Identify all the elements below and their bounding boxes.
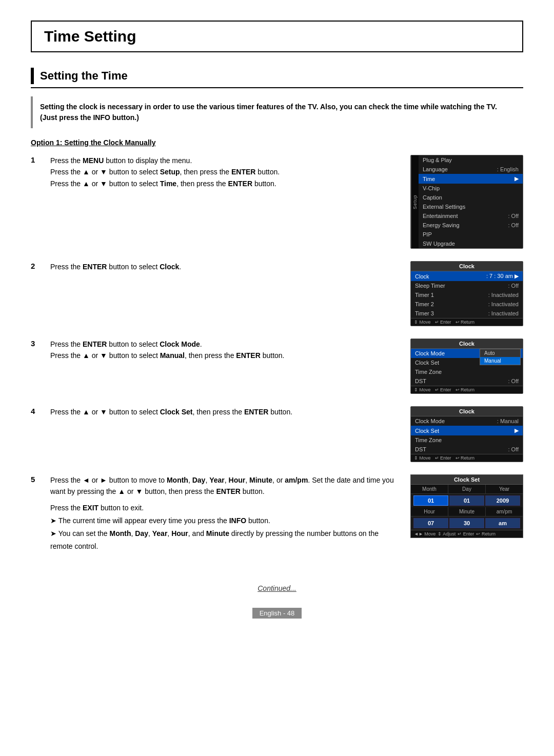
clock-set-row2: Clock Set▶: [411, 426, 523, 435]
step-3-number: 3: [31, 339, 40, 348]
page-number: English - 48: [252, 608, 302, 619]
month-label: Month: [411, 485, 448, 493]
menu-language: Language: English: [419, 165, 523, 174]
clock-menu-timer2: Timer 2: Inactivated: [411, 300, 523, 309]
clock-menu-screen: Clock Clock: 7 : 30 am ▶ Sleep Timer: Of…: [410, 261, 523, 326]
clock-mode-screen: Clock Clock Mode Clock Set Time Zone DST…: [410, 339, 523, 394]
menu-pip: PIP: [419, 230, 523, 239]
step-4-ui: Clock Clock Mode: Manual Clock Set▶ Time…: [410, 406, 523, 462]
step-5-ui: Clock Set Month Day Year 01 01 2009 Hour…: [410, 474, 523, 538]
hour-label: Hour: [411, 507, 448, 516]
clock-set-values-screen: Clock Set Month Day Year 01 01 2009 Hour…: [410, 474, 523, 538]
year-value: 2009: [485, 495, 520, 506]
step-5-extras: Press the EXIT button to exit. ➤ The cur…: [50, 502, 400, 553]
step-5-row: 5 Press the ◄ or ► button to move to Mon…: [31, 474, 523, 553]
menu-caption: Caption: [419, 193, 523, 202]
setup-menu-content: Plug & Play Language: English Time▶ V-Ch…: [419, 155, 523, 248]
info-note: ➤ The current time will appear every tim…: [50, 514, 400, 527]
step-4-row: 4 Press the ▲ or ▼ button to select Cloc…: [31, 406, 523, 462]
step-3-content: Press the ENTER button to select Clock M…: [50, 339, 400, 362]
dst-row2: DST: Off: [411, 445, 523, 454]
month-value: 01: [413, 495, 448, 506]
popup-manual: Manual: [480, 357, 520, 365]
step-5-number: 5: [31, 474, 40, 484]
clock-set-bottom-values: 07 30 am: [413, 518, 521, 529]
menu-external: External Settings: [419, 202, 523, 211]
step-1-content: Press the MENU button to display the men…: [50, 155, 400, 189]
exit-instruction: Press the EXIT button to exit.: [50, 502, 400, 514]
setup-sidebar-label: Setup: [411, 155, 419, 248]
steps-container: 1 Press the MENU button to display the m…: [31, 155, 523, 553]
step-2-number: 2: [31, 261, 40, 270]
clock-set-select-screen: Clock Clock Mode: Manual Clock Set▶ Time…: [410, 406, 523, 462]
menu-time: Time▶: [419, 174, 523, 184]
menu-plug-play: Plug & Play: [419, 155, 523, 165]
menu-sw-upgrade: SW Upgrade: [419, 239, 523, 248]
clock-menu-timer1: Timer 1: Inactivated: [411, 290, 523, 300]
section-title: Setting the Time: [40, 69, 128, 83]
page-title: Time Setting: [44, 28, 136, 45]
step-4-number: 4: [31, 406, 40, 415]
option-heading: Option 1: Setting the Clock Manually: [31, 138, 523, 147]
setup-menu-screen: Setup Plug & Play Language: English Time…: [410, 155, 523, 249]
page-title-box: Time Setting: [31, 21, 523, 52]
continued-text: Continued...: [31, 584, 523, 592]
day-label: Day: [448, 485, 486, 493]
clock-set-top-labels: Month Day Year: [411, 485, 523, 494]
step-3-ui: Clock Clock Mode Clock Set Time Zone DST…: [410, 339, 523, 394]
clock-menu-timer3: Timer 3: Inactivated: [411, 309, 523, 318]
intro-box: Setting the clock is necessary in order …: [31, 96, 523, 128]
clock-mode-row2: Clock Mode: Manual: [411, 416, 523, 426]
intro-text: Setting the clock is necessary in order …: [40, 103, 497, 122]
step-2-row: 2 Press the ENTER button to select Clock…: [31, 261, 523, 326]
minute-label: Minute: [448, 507, 486, 516]
minute-value: 30: [449, 518, 484, 528]
mode-popup: Auto Manual: [480, 349, 521, 365]
hour-value: 07: [413, 518, 448, 528]
dst-row: DST: Off: [411, 376, 523, 386]
page-footer: English - 48: [31, 608, 523, 619]
clock-set-bottom-labels: Hour Minute am/pm: [411, 507, 523, 516]
timezone-row2: Time Zone: [411, 435, 523, 445]
section-header: Setting the Time: [31, 68, 523, 88]
clock-set-values-title: Clock Set: [411, 475, 523, 485]
timezone-row: Time Zone: [411, 367, 523, 376]
section-bar: [31, 68, 34, 84]
ampm-value: am: [485, 518, 520, 528]
number-note: ➤ You can set the Month, Day, Year, Hour…: [50, 527, 400, 553]
clock-menu-footer: ⇕ Move↵ Enter↩ Return: [411, 318, 523, 326]
step-1-number: 1: [31, 155, 40, 164]
clock-mode-title: Clock: [411, 339, 523, 349]
step-1-ui: Setup Plug & Play Language: English Time…: [410, 155, 523, 249]
clock-set-select-title: Clock: [411, 407, 523, 416]
year-label: Year: [486, 485, 523, 493]
step-5-content: Press the ◄ or ► button to move to Month…: [50, 474, 400, 553]
clock-menu-clock: Clock: 7 : 30 am ▶: [411, 271, 523, 281]
menu-energy: Energy Saving: Off: [419, 221, 523, 230]
ampm-label: am/pm: [486, 507, 523, 516]
step-3-row: 3 Press the ENTER button to select Clock…: [31, 339, 523, 394]
clock-set-select-footer: ⇕ Move↵ Enter↩ Return: [411, 454, 523, 462]
clock-set-top-values: 01 01 2009: [413, 495, 521, 506]
menu-entertainment: Entertainment: Off: [419, 211, 523, 221]
popup-auto: Auto: [480, 349, 520, 357]
step-1-row: 1 Press the MENU button to display the m…: [31, 155, 523, 249]
clock-menu-title: Clock: [411, 262, 523, 271]
step-2-content: Press the ENTER button to select Clock.: [50, 261, 400, 272]
day-value: 01: [449, 495, 484, 506]
clock-menu-sleep: Sleep Timer: Off: [411, 281, 523, 290]
clock-mode-footer: ⇕ Move↵ Enter↩ Return: [411, 386, 523, 393]
step-4-content: Press the ▲ or ▼ button to select Clock …: [50, 406, 400, 417]
menu-vchip: V-Chip: [419, 184, 523, 193]
step-2-ui: Clock Clock: 7 : 30 am ▶ Sleep Timer: Of…: [410, 261, 523, 326]
clock-set-values-footer: ◄► Move⇕ Adjust↵ Enter↩ Return: [411, 530, 523, 538]
